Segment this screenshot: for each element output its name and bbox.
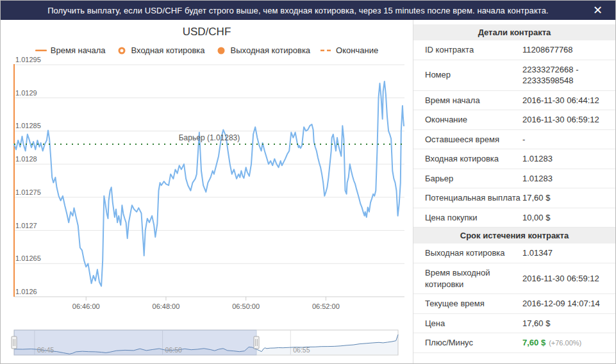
navigator-right-handle[interactable] <box>254 336 259 349</box>
contract-details-panel: Детали контрактаID контракта11208677768Н… <box>413 20 615 364</box>
detail-row: Потенциальная выплата17,60 $ <box>413 188 615 208</box>
chart-section: USD/CHF Время началаВходная котировкаВых… <box>1 20 413 364</box>
chart-navigator[interactable]: 06:4506:5006:55 <box>1 326 413 364</box>
close-icon[interactable]: ✕ <box>588 4 608 16</box>
chart-legend: Время началаВходная котировкаВыходная ко… <box>1 46 413 55</box>
navigator-left-handle[interactable] <box>12 336 17 349</box>
line-swatch-icon <box>35 47 47 54</box>
navigator-time-label: 06:55 <box>293 346 310 354</box>
detail-label: ID контракта <box>425 44 522 56</box>
detail-value: 1.01283 <box>522 173 610 185</box>
y-axis-label: 1.0129 <box>15 89 37 97</box>
detail-value: 2016-11-30 06:44:12 <box>522 95 610 106</box>
detail-label: Оставшееся время <box>425 134 522 145</box>
detail-value-text: 1.01283 <box>522 174 553 183</box>
detail-value-text: 17,60 $ <box>522 193 550 203</box>
detail-label: Барьер <box>425 173 522 185</box>
detail-label: Цена покупки <box>425 212 522 224</box>
detail-row: Время начала2016-11-30 06:44:12 <box>413 91 615 111</box>
chart-title: USD/CHF <box>1 26 413 38</box>
detail-label: Цена <box>425 318 522 329</box>
detail-row: Окончание2016-11-30 06:59:12 <box>413 110 615 130</box>
detail-value-text: 2016-11-30 06:59:12 <box>522 115 599 124</box>
trade-details-window: Получить выплату, если USD/CHF будет стр… <box>0 0 616 364</box>
legend-label: Окончание <box>336 46 378 55</box>
detail-row: Цена покупки10,00 $ <box>413 208 615 228</box>
detail-value-text: 1.01283 <box>522 154 553 163</box>
contract-description: Получить выплату, если USD/CHF будет стр… <box>8 6 588 15</box>
detail-label: Текущее время <box>425 298 522 310</box>
detail-label: Номер <box>425 69 522 81</box>
detail-row: Входная котировка1.01283 <box>413 149 615 169</box>
detail-label: Окончание <box>425 114 522 126</box>
detail-label: Входная котировка <box>425 153 522 165</box>
profit-percent: (+76.00%) <box>549 339 581 347</box>
y-axis-label: 1.01275 <box>15 188 41 196</box>
legend-item-0[interactable]: Время начала <box>35 46 106 55</box>
detail-value-text: 17,60 $ <box>522 318 550 328</box>
detail-value: 11208677768 <box>522 44 610 56</box>
y-axis-label: 1.01265 <box>15 254 41 262</box>
detail-value-text: 10,00 $ <box>522 213 550 222</box>
y-axis-label: 1.01295 <box>15 56 41 63</box>
navigator-time-label: 06:45 <box>37 346 54 354</box>
detail-value-text: - <box>522 135 525 144</box>
detail-label: Выходная котировка <box>425 247 522 259</box>
detail-value-text: 2016-12-09 14:07:14 <box>522 299 600 308</box>
y-axis-label: 1.01285 <box>15 122 41 129</box>
contract-description-bar: Получить выплату, если USD/CHF будет стр… <box>1 1 615 20</box>
detail-value: 10,00 $ <box>522 212 610 224</box>
detail-value: 1.01283 <box>522 153 610 165</box>
ring-swatch-icon <box>116 47 128 54</box>
detail-label: Плюс/Минус <box>425 337 522 349</box>
dot-swatch-icon <box>215 47 228 54</box>
x-axis-label: 06:46:00 <box>72 302 100 310</box>
detail-value-text: 2016-11-30 06:59:12 <box>522 274 599 283</box>
detail-row: Номер22333272668 - 22333598548 <box>413 60 615 91</box>
detail-row: ID контракта11208677768 <box>413 40 615 60</box>
detail-value: 1.01347 <box>522 247 610 259</box>
price-line <box>14 81 404 286</box>
detail-value-text: 2016-11-30 06:44:12 <box>522 95 599 105</box>
x-axis-label: 06:50:00 <box>232 302 260 310</box>
legend-label: Выходная котировка <box>231 46 311 55</box>
detail-label: Время начала <box>425 95 522 106</box>
detail-value-text: 11208677768 <box>522 45 573 54</box>
detail-value: 17,60 $ <box>522 192 610 204</box>
legend-label: Время начала <box>51 46 106 55</box>
legend-item-1[interactable]: Входная котировка <box>116 46 205 55</box>
detail-value-text: 7,60 $ <box>522 338 545 347</box>
dash-swatch-icon <box>320 47 333 54</box>
main-content: USD/CHF Время началаВходная котировкаВых… <box>1 20 615 364</box>
detail-row: Выходная котировка1.01347 <box>413 244 615 263</box>
detail-label: Время выходной котировки <box>425 267 522 290</box>
y-axis-label: 1.0126 <box>15 288 37 295</box>
detail-value-text: 22333272668 - 22333598548 <box>522 65 578 86</box>
price-chart: 1.012951.01291.012851.01281.012751.01271… <box>1 55 413 311</box>
panel-section-header: Срок истечения контракта <box>413 228 615 244</box>
legend-label: Входная котировка <box>131 46 205 55</box>
detail-row: Время выходной котировки2016-11-30 06:59… <box>413 263 615 294</box>
detail-value: - <box>522 134 610 145</box>
detail-value: 22333272668 - 22333598548 <box>522 64 610 87</box>
panel-section-header: Детали контракта <box>413 24 615 40</box>
y-axis-label: 1.0127 <box>15 222 37 229</box>
y-axis-label: 1.0128 <box>15 155 37 163</box>
detail-row: Оставшееся время- <box>413 130 615 150</box>
detail-label: Потенциальная выплата <box>425 192 522 204</box>
legend-item-3[interactable]: Окончание <box>320 46 378 55</box>
detail-value: 7,60 $(+76.00%) <box>522 337 610 349</box>
detail-value: 2016-11-30 06:59:12 <box>522 273 610 285</box>
detail-value: 2016-12-09 14:07:14 <box>522 298 610 310</box>
navigator-time-label: 06:50 <box>165 346 182 354</box>
legend-item-2[interactable]: Выходная котировка <box>215 46 311 55</box>
detail-value-text: 1.01347 <box>522 248 553 258</box>
detail-value: 2016-11-30 06:59:12 <box>522 114 610 126</box>
detail-row: Цена17,60 $ <box>413 314 615 334</box>
detail-row: Барьер1.01283 <box>413 169 615 189</box>
detail-row: Плюс/Минус7,60 $(+76.00%) <box>413 333 615 353</box>
barrier-label: Барьер (1.01283) <box>179 133 240 142</box>
x-axis-label: 06:48:00 <box>153 302 180 310</box>
detail-value: 17,60 $ <box>522 318 610 329</box>
detail-row: Текущее время2016-12-09 14:07:14 <box>413 294 615 314</box>
